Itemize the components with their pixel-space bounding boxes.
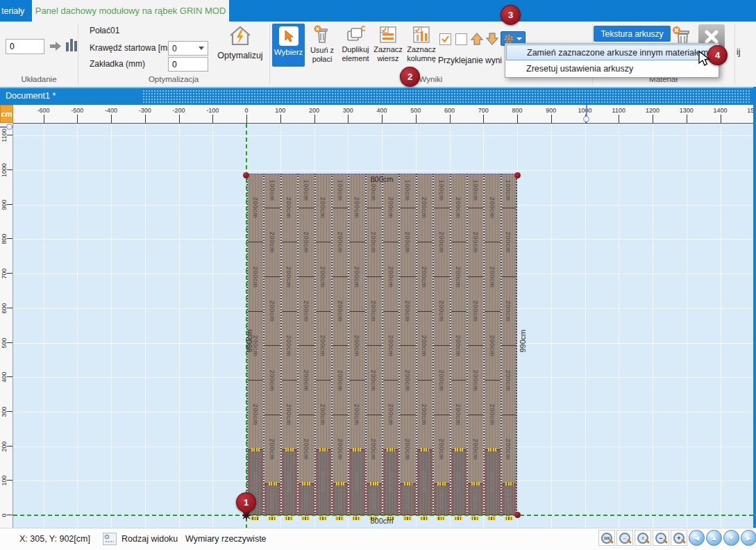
roof-panel[interactable]: 200cm [248,242,263,311]
roof-panel-selected[interactable]: 100cm [367,484,382,515]
roof-panel[interactable]: 200cm [282,242,297,311]
roof-panel-selected[interactable]: 200cm [349,450,364,515]
move-up-icon[interactable] [470,32,484,46]
roof-panel[interactable]: 200cm [349,174,364,242]
view-type-icon[interactable] [103,533,117,545]
roof-panel[interactable]: 100cm [502,174,516,208]
horizontal-ruler-marker-handle[interactable] [583,116,589,122]
panel-column[interactable]: 200cm200cm200cm200cm200cm [348,174,364,515]
duplicate-element-button[interactable]: C Duplikuj element [339,24,371,69]
panel-column[interactable]: 100cm200cm200cm200cm200cm100cm [467,174,483,515]
roof-panel[interactable]: 200cm [264,415,280,484]
roof-panel[interactable]: 200cm [367,346,382,415]
roof-panel[interactable]: 200cm [468,208,483,277]
roof-panel[interactable]: 200cm [434,208,449,277]
roof-panel[interactable]: 200cm [451,312,467,381]
roof-panel[interactable]: 200cm [502,346,516,415]
roof-panel-selected[interactable]: 100cm [434,484,449,515]
roof-panel[interactable]: 200cm [417,242,432,311]
panel-column[interactable]: 100cm200cm200cm200cm200cm100cm [365,174,382,515]
apply-arrow-icon[interactable] [49,40,62,52]
pan-right-button[interactable]: ▶ [741,530,756,546]
roof-panel[interactable]: 200cm [468,415,483,484]
columns-icon[interactable] [66,39,77,51]
roof-panel[interactable]: 200cm [299,346,314,415]
overlap-input[interactable] [168,57,208,72]
menu-item-replace-sheets[interactable]: Zamień zaznaczone arkusze innym materiał… [506,44,718,60]
roof-panel[interactable]: 200cm [400,208,415,277]
panel-column[interactable]: 200cm200cm200cm200cm200cm [416,174,432,515]
menu-item-reset-sheets[interactable]: Zresetuj ustawienia arkuszy [506,60,718,76]
roof-panel[interactable]: 200cm [468,277,483,346]
pan-left-button[interactable]: ◀ [689,530,705,546]
roof-panel[interactable]: 100cm [264,174,280,208]
roof-panel[interactable]: 200cm [400,277,415,346]
roof-panel[interactable]: 200cm [485,381,500,449]
roof-panel[interactable]: 200cm [367,208,382,277]
corner-handle[interactable] [514,512,521,518]
select-row-button[interactable]: Zaznacz wiersz [373,24,403,69]
roof-panel-selected[interactable]: 100cm [299,484,314,515]
roof-panel[interactable]: 200cm [417,174,432,242]
roof-panel[interactable]: 200cm [434,415,449,484]
roof-panel[interactable]: 200cm [502,277,516,346]
roof-panel[interactable]: 100cm [400,174,415,208]
roof-panel[interactable]: 200cm [400,346,415,415]
roof-panel[interactable]: 200cm [468,346,483,415]
roof-panel[interactable]: 200cm [451,381,467,449]
roof-panel[interactable]: 200cm [434,277,449,346]
roof-panel[interactable]: 200cm [349,242,364,311]
corner-handle[interactable] [514,172,521,178]
roof-panel[interactable]: 200cm [417,381,432,449]
horizontal-ruler[interactable]: -600-500-400-300-200-1000100200300400500… [13,105,753,123]
drawing-canvas[interactable]: 200cm200cm200cm200cm200cm100cm200cm200cm… [13,123,753,528]
roof-panel-selected[interactable]: 100cm [468,484,483,515]
roof-panel-selected[interactable]: 200cm [417,450,432,515]
snap-unchecked-checkbox-icon[interactable] [455,33,467,45]
roof-panel[interactable]: 200cm [316,381,331,449]
roof-panel[interactable]: 200cm [264,346,280,415]
roof-panel[interactable]: 200cm [400,415,415,484]
roof-panel[interactable]: 200cm [333,415,348,484]
select-tool-button[interactable]: Wybierz [272,24,305,67]
zoom-out-button[interactable]: − [653,530,669,546]
roof-panel[interactable]: 200cm [316,174,331,242]
roof-panel[interactable]: 200cm [282,174,297,242]
tab-panel-dachowy[interactable]: Panel dachowy modułowy na rąbek GRIN MOD [32,0,229,22]
roof-panel[interactable]: 200cm [367,277,382,346]
roof-panel[interactable]: 200cm [383,242,398,311]
dimensions-mode-label[interactable]: Wymiary rzeczywiste [185,534,267,544]
move-down-icon[interactable] [485,32,499,46]
panel-column[interactable]: 100cm200cm200cm200cm200cm100cm [263,174,280,515]
vertical-ruler[interactable]: 010020030040050060070080090010001100 [0,123,13,528]
roof-panel[interactable]: 200cm [282,381,297,449]
pan-down-button[interactable]: ▼ [723,530,739,546]
panel-column[interactable]: 100cm200cm200cm200cm200cm100cm [331,174,348,515]
roof-panel[interactable]: 200cm [248,174,263,242]
roof-panel-selected[interactable]: 100cm [264,484,280,515]
roof-panel[interactable]: 200cm [485,242,500,311]
select-column-button[interactable]: Zaznacz kolumnę [405,24,438,69]
panel-column[interactable]: 100cm200cm200cm200cm200cm100cm [398,174,415,515]
tab-materialy[interactable]: teriały [0,0,32,22]
roof-panel[interactable]: 200cm [383,381,398,449]
roof-panel[interactable]: 200cm [451,174,467,242]
roof-panel[interactable]: 200cm [316,242,331,311]
roof-panel[interactable]: 200cm [333,346,348,415]
roof-panel[interactable]: 200cm [417,312,432,381]
panel-column[interactable]: 100cm200cm200cm200cm200cm100cm [432,174,449,515]
panel-column[interactable]: 200cm200cm200cm200cm200cm [280,174,297,515]
roof-panel[interactable]: 200cm [333,277,348,346]
document-tab[interactable]: Document1 * [6,91,56,101]
roof-panel[interactable]: 200cm [451,242,467,311]
roof-panel[interactable]: 200cm [264,208,280,277]
roof-panel[interactable]: 200cm [299,415,314,484]
optimize-button[interactable]: Optymalizuj [212,25,268,74]
panel-column[interactable]: 200cm200cm200cm200cm200cm [314,174,331,515]
zoom-selection-button[interactable]: I [635,530,651,546]
roof-panel[interactable]: 200cm [485,174,500,242]
pan-up-button[interactable]: ▲ [706,530,722,546]
roof-panel[interactable]: 100cm [333,174,348,208]
zoom-100-button[interactable]: 100 [598,530,615,546]
roof-panel-selected[interactable]: 200cm [451,450,467,515]
